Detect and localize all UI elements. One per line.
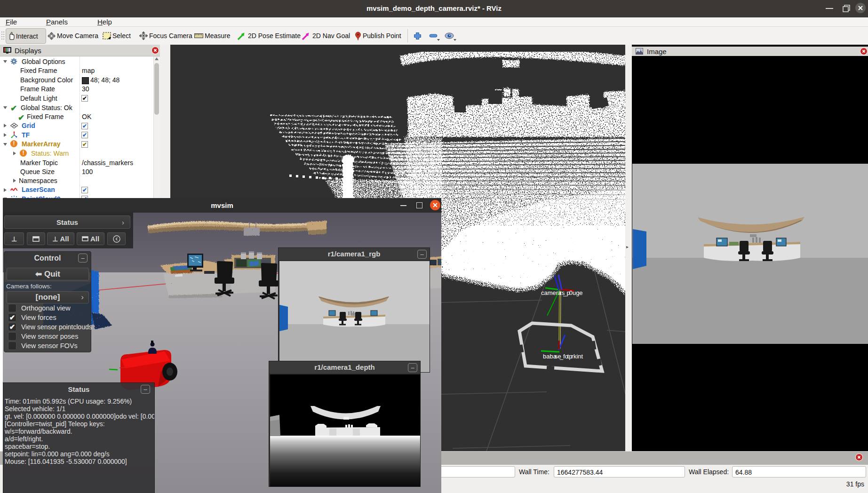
svg-text:babase_fotprkint: babase_fotprkint bbox=[543, 353, 583, 360]
svg-text:camerars_p0uge: camerars_p0uge bbox=[541, 289, 583, 296]
